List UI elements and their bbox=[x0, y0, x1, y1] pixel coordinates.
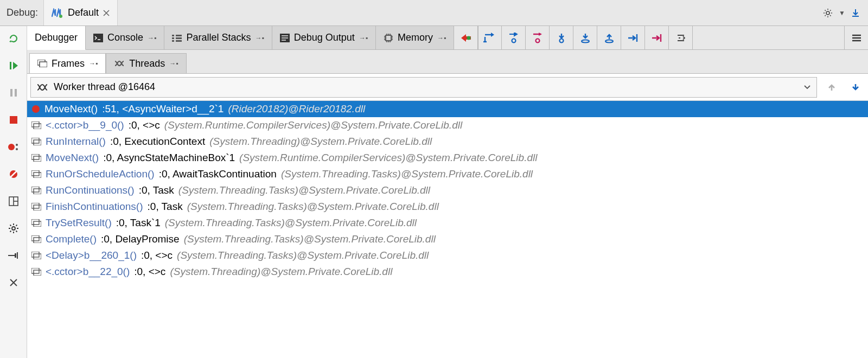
frame-method: <Delay>b__260_1() bbox=[46, 250, 137, 261]
frame-method: Complete() bbox=[46, 233, 97, 245]
thread-selector-row: Worker thread @16464 bbox=[27, 74, 868, 101]
frame-line-and-class: :0, ExecutionContext bbox=[110, 136, 205, 148]
stack-frame-icon bbox=[31, 268, 41, 276]
rerun-button[interactable] bbox=[7, 31, 21, 46]
frame-row[interactable]: Complete():0, DelayPromise (System.Threa… bbox=[27, 231, 868, 247]
frame-method: TrySetResult() bbox=[46, 217, 112, 229]
evaluate-expression-button[interactable] bbox=[669, 26, 693, 49]
frame-location: (System.Threading)@System.Private.CoreLi… bbox=[170, 266, 392, 278]
svg-point-34 bbox=[535, 39, 539, 42]
frame-row[interactable]: RunInternal():0, ExecutionContext (Syste… bbox=[27, 133, 868, 150]
view-breakpoints-button[interactable] bbox=[7, 140, 21, 154]
frame-row[interactable]: MoveNext():51, <AsyncWaiter>d__2`1 (Ride… bbox=[27, 101, 868, 117]
frames-icon bbox=[37, 60, 47, 67]
tab-console[interactable]: Console →▪ bbox=[86, 26, 164, 49]
resume-button[interactable] bbox=[7, 59, 21, 73]
svg-point-1 bbox=[826, 11, 829, 15]
frame-line-and-class: :0, DelayPromise bbox=[101, 233, 180, 245]
svg-rect-22 bbox=[176, 37, 182, 39]
subtab-threads[interactable]: Threads →▪ bbox=[106, 53, 186, 73]
tab-memory[interactable]: Memory →▪ bbox=[376, 26, 454, 49]
frame-row[interactable]: <Delay>b__260_1():0, <>c (System.Threadi… bbox=[27, 247, 868, 264]
force-step-into-button[interactable] bbox=[526, 26, 550, 49]
layout-button[interactable] bbox=[7, 194, 21, 208]
run-to-cursor-button[interactable] bbox=[621, 26, 645, 49]
frame-row[interactable]: RunOrScheduleAction():0, AwaitTaskContin… bbox=[27, 166, 868, 182]
step-into-button[interactable] bbox=[502, 26, 526, 49]
svg-rect-5 bbox=[10, 116, 17, 124]
tab-parallel-stacks[interactable]: Parallel Stacks →▪ bbox=[164, 26, 272, 49]
memory-icon bbox=[384, 33, 393, 43]
frame-line-and-class: :51, <AsyncWaiter>d__2`1 bbox=[102, 103, 224, 115]
parallel-stacks-icon bbox=[172, 34, 182, 42]
svg-rect-62 bbox=[34, 221, 41, 227]
step-out-button[interactable] bbox=[597, 26, 621, 49]
pin-arrow-icon: →▪ bbox=[255, 34, 264, 42]
stop-button[interactable] bbox=[7, 113, 21, 127]
svg-rect-54 bbox=[34, 156, 41, 162]
svg-rect-47 bbox=[40, 62, 47, 67]
frame-row[interactable]: MoveNext():0, AsyncStateMachineBox`1 (Sy… bbox=[27, 150, 868, 166]
svg-rect-19 bbox=[172, 37, 174, 39]
svg-rect-58 bbox=[34, 189, 41, 194]
next-frame-button[interactable] bbox=[846, 78, 865, 97]
close-panel-button[interactable] bbox=[7, 276, 21, 290]
svg-point-29 bbox=[467, 36, 470, 40]
tab-memory-label: Memory bbox=[398, 32, 433, 43]
step-into-2-button[interactable] bbox=[573, 26, 597, 49]
close-icon[interactable] bbox=[103, 10, 110, 16]
frame-location: (System.Runtime.CompilerServices)@System… bbox=[164, 119, 462, 131]
prev-frame-button[interactable] bbox=[822, 78, 841, 97]
debug-output-icon bbox=[280, 34, 290, 42]
show-execution-point-button[interactable] bbox=[454, 26, 478, 49]
thread-name: Worker thread @16464 bbox=[54, 81, 155, 93]
frame-method: RunInternal() bbox=[46, 136, 106, 148]
stack-frame-icon bbox=[31, 235, 41, 243]
tab-debug-output[interactable]: Debug Output →▪ bbox=[272, 26, 376, 49]
debugger-sub-tabs: Frames →▪ Threads →▪ bbox=[27, 50, 868, 74]
frame-location: (System.Threading.Tasks)@System.Private.… bbox=[165, 217, 417, 229]
frame-row[interactable]: FinishContinuations():0, Task (System.Th… bbox=[27, 199, 868, 215]
force-run-to-cursor-button[interactable] bbox=[645, 26, 669, 49]
stack-frame-icon bbox=[31, 154, 41, 162]
tab-debugger[interactable]: Debugger bbox=[27, 26, 86, 50]
pin-arrow-icon: →▪ bbox=[169, 60, 178, 67]
gear-dropdown-icon[interactable]: ▼ bbox=[839, 9, 845, 17]
frame-row[interactable]: TrySetResult():0, Task`1 (System.Threadi… bbox=[27, 215, 868, 231]
svg-rect-3 bbox=[10, 89, 12, 97]
stack-frame-icon bbox=[31, 252, 41, 259]
pin-button[interactable] bbox=[7, 248, 21, 263]
frame-method: RunContinuations() bbox=[46, 184, 135, 196]
download-icon[interactable] bbox=[851, 8, 860, 18]
smart-step-into-button[interactable] bbox=[550, 26, 573, 49]
svg-point-7 bbox=[16, 144, 18, 146]
tab-debugger-label: Debugger bbox=[35, 32, 78, 43]
frame-location: (System.Threading.Tasks)@System.Private.… bbox=[187, 201, 439, 213]
pause-button[interactable] bbox=[7, 86, 21, 100]
chevron-down-icon bbox=[803, 85, 811, 90]
frame-line-and-class: :0, AwaitTaskContinuation bbox=[159, 168, 277, 180]
settings-button[interactable] bbox=[7, 221, 21, 235]
step-over-button[interactable] bbox=[478, 26, 502, 49]
frame-row[interactable]: RunContinuations():0, Task (System.Threa… bbox=[27, 182, 868, 199]
subtab-frames[interactable]: Frames →▪ bbox=[29, 53, 106, 73]
more-menu-button[interactable] bbox=[844, 26, 868, 49]
frame-line-and-class: :0, <>c bbox=[129, 119, 160, 131]
svg-rect-52 bbox=[34, 140, 41, 145]
pin-arrow-icon: →▪ bbox=[437, 34, 446, 42]
frame-method: MoveNext() bbox=[44, 103, 98, 115]
frame-row[interactable]: <.cctor>b__9_0():0, <>c (System.Runtime.… bbox=[27, 117, 868, 133]
debug-label: Debug: bbox=[7, 7, 38, 18]
frame-location: (System.Runtime.CompilerServices)@System… bbox=[239, 152, 537, 164]
frame-method: RunOrScheduleAction() bbox=[46, 168, 155, 180]
thread-icon bbox=[36, 83, 48, 92]
svg-point-35 bbox=[559, 39, 563, 42]
gear-icon[interactable] bbox=[822, 8, 833, 18]
stack-frame-icon bbox=[31, 187, 41, 194]
mute-breakpoints-button[interactable] bbox=[7, 167, 21, 181]
thread-dropdown[interactable]: Worker thread @16464 bbox=[30, 77, 817, 98]
frame-location: (System.Threading)@System.Private.CoreLi… bbox=[209, 136, 432, 148]
frame-location: (System.Threading.Tasks)@System.Private.… bbox=[177, 250, 429, 261]
frame-row[interactable]: <.cctor>b__22_0():0, <>c (System.Threadi… bbox=[27, 264, 868, 280]
run-config-tab[interactable]: Default bbox=[43, 0, 118, 25]
